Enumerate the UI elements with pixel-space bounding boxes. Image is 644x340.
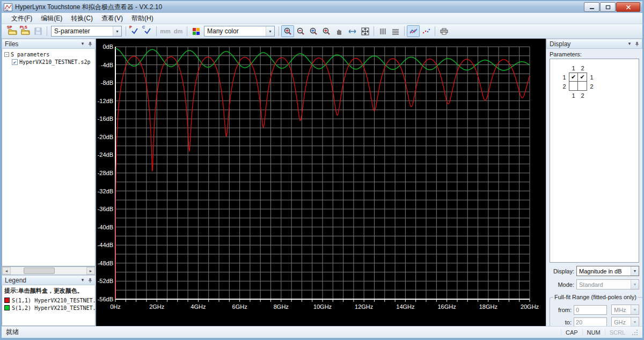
format-select[interactable]: S-parameter ▼ [51, 26, 122, 37]
panel-menu-arrow-icon[interactable]: ▼ [80, 41, 85, 46]
matrix-cell-21[interactable] [569, 82, 578, 91]
panel-menu-arrow-icon[interactable]: ▼ [627, 41, 632, 46]
tree-root-sparameters[interactable]: - S parameters [3, 50, 94, 58]
from-unit-value: MHz [612, 307, 631, 313]
status-scrl: SCRL [605, 329, 630, 336]
fit-width-button[interactable] [346, 25, 358, 37]
svg-text:-40dB: -40dB [98, 224, 113, 230]
legend-item-s11[interactable]: S(1,1) HyperVX210_TESTNET.s2p [4, 296, 93, 304]
main-area: Files ▼ - S parameters ✔ HyperVX210_TEST… [2, 39, 642, 326]
matrix-cell-12[interactable]: ✔ [578, 73, 587, 82]
point-plot-icon [422, 28, 430, 34]
matrix-col-label: 2 [578, 65, 587, 71]
dm-units-button[interactable]: dm [172, 25, 185, 37]
zoom-in-button[interactable] [281, 25, 294, 37]
mm-units-button[interactable]: mm [159, 25, 172, 37]
to-unit-value: GHz [612, 319, 631, 325]
menu-edit[interactable]: 编辑(E) [36, 13, 67, 24]
print-button[interactable] [437, 25, 450, 37]
legend-label-s12: S(1,2) HyperVX210_TESTNET.s2p [12, 305, 96, 311]
pin-icon[interactable] [88, 41, 92, 47]
file-checkbox[interactable]: ✔ [12, 59, 18, 65]
color-palette-button[interactable] [189, 25, 202, 37]
color-swatch-s11[interactable] [4, 298, 10, 303]
check-causality-button[interactable]: C [141, 25, 154, 37]
scroll-right-icon[interactable]: ► [86, 267, 95, 274]
passivity-tag: P [129, 25, 132, 29]
format-select-value: S-parameter [52, 27, 113, 35]
horizontal-grid-button[interactable] [389, 25, 402, 37]
chevron-down-icon[interactable]: ▼ [631, 266, 639, 276]
matrix-cell-11[interactable]: ✔ [569, 73, 578, 82]
scroll-left-icon[interactable]: ◄ [2, 267, 11, 274]
svg-text:-28dB: -28dB [98, 170, 113, 176]
statusbar: 就绪 CAP NUM SCRL [2, 326, 642, 338]
titlebar: 12 HyperLynx Touchstone 和拟合极点查看器 - VX.2.… [2, 1, 642, 13]
sparam-chart[interactable]: 0Hz2GHz4GHz6GHz8GHz10GHz12GHz14GHz16GHz1… [96, 39, 546, 326]
save-button[interactable] [32, 25, 45, 37]
svg-text:-44dB: -44dB [98, 242, 113, 248]
tree-file-item[interactable]: ✔ HyperVX210_TESTNET.s2p [3, 58, 94, 66]
menu-file[interactable]: 文件(F) [7, 13, 36, 24]
palette-icon [193, 28, 200, 35]
zoom-out-button[interactable] [294, 25, 307, 37]
menu-help[interactable]: 帮助(H) [127, 13, 158, 24]
from-input[interactable] [574, 305, 607, 315]
color-scheme-select[interactable]: Many color ▼ [204, 26, 275, 37]
point-plot-button[interactable] [420, 25, 433, 37]
mode-select[interactable]: Standard ▼ [576, 279, 639, 290]
zoom-y-button[interactable] [320, 25, 333, 37]
zoom-x-icon [310, 27, 318, 35]
files-horizontal-scrollbar[interactable]: ◄ ► [2, 266, 96, 275]
maximize-button[interactable] [600, 2, 616, 12]
status-cap: CAP [561, 329, 582, 336]
menu-view[interactable]: 查看(V) [97, 13, 127, 24]
zoom-in-icon [284, 27, 292, 35]
svg-text:16GHz: 16GHz [437, 303, 456, 310]
resize-grip[interactable] [632, 329, 638, 336]
pin-icon[interactable] [88, 278, 92, 283]
svg-text:-20dB: -20dB [98, 134, 113, 140]
legend-item-s12[interactable]: S(1,2) HyperVX210_TESTNET.s2p [4, 304, 93, 312]
minimize-button[interactable] [584, 2, 599, 12]
svg-text:10GHz: 10GHz [313, 303, 332, 310]
display-mode-value: Magnitude in dB [577, 268, 631, 274]
matrix-row-label: 2 [587, 83, 596, 90]
chart-container[interactable]: 0Hz2GHz4GHz6GHz8GHz10GHz12GHz14GHz16GHz1… [96, 39, 546, 326]
chevron-down-icon: ▼ [631, 317, 639, 327]
panel-menu-arrow-icon[interactable]: ▼ [80, 278, 85, 283]
svg-text:-4dB: -4dB [101, 62, 113, 68]
save-icon [34, 27, 42, 35]
open-sparameter-button[interactable]: SP [6, 25, 19, 37]
chevron-down-icon: ▼ [631, 305, 639, 314]
tree-root-label: S parameters [11, 52, 49, 57]
svg-text:-8dB: -8dB [101, 79, 113, 86]
chevron-down-icon[interactable]: ▼ [113, 26, 121, 36]
line-plot-button[interactable] [407, 25, 420, 37]
display-mode-select[interactable]: Magnitude in dB ▼ [576, 266, 639, 276]
matrix-cell-22[interactable] [578, 82, 587, 91]
svg-text:2GHz: 2GHz [149, 303, 164, 310]
open-pls-button[interactable]: PLS [19, 25, 32, 37]
close-button[interactable] [616, 2, 640, 12]
from-unit-select[interactable]: MHz ▼ [611, 305, 639, 315]
to-input[interactable] [574, 317, 607, 327]
display-panel-header: Display ▼ [546, 39, 642, 49]
check-passivity-button[interactable]: P [128, 25, 141, 37]
zoom-x-button[interactable] [307, 25, 320, 37]
svg-text:0dB: 0dB [103, 44, 113, 50]
svg-text:20GHz: 20GHz [521, 303, 539, 310]
legend-label-s11: S(1,1) HyperVX210_TESTNET.s2p [12, 298, 96, 303]
tree-collapse-icon[interactable]: - [4, 52, 9, 57]
scrollbar-thumb[interactable] [24, 267, 55, 274]
to-label: to: [553, 319, 572, 325]
fit-all-button[interactable] [358, 25, 371, 37]
pin-icon[interactable] [635, 41, 639, 47]
menu-convert[interactable]: 转换(C) [67, 13, 97, 24]
chevron-down-icon[interactable]: ▼ [266, 26, 274, 36]
pan-button[interactable] [333, 25, 346, 37]
vertical-grid-button[interactable] [376, 25, 389, 37]
files-panel-title: Files [5, 40, 18, 48]
color-swatch-s12[interactable] [4, 305, 10, 310]
svg-text:4GHz: 4GHz [191, 303, 206, 310]
